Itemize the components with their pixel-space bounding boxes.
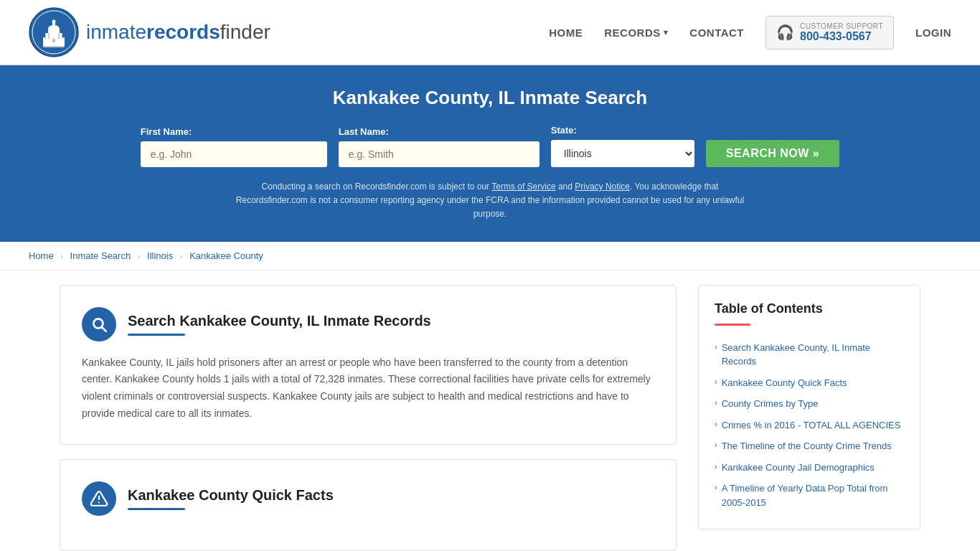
toc-link-3[interactable]: County Crimes by Type — [722, 397, 819, 411]
login-button[interactable]: LOGIN — [915, 27, 951, 39]
site-header: inmaterecordsfinder HOME RECORDS ▾ CONTA… — [0, 0, 980, 65]
inmate-records-card: Search Kankakee County, IL Inmate Record… — [60, 285, 677, 445]
breadcrumb-sep-2: › — [138, 252, 141, 260]
breadcrumb-home[interactable]: Home — [29, 250, 54, 261]
headset-icon: 🎧 — [776, 24, 794, 41]
breadcrumb: Home › Inmate Search › Illinois › Kankak… — [0, 242, 980, 270]
first-name-group: First Name: — [141, 126, 327, 167]
toc-title: Table of Contents — [715, 301, 904, 316]
support-number[interactable]: 800-433-0567 — [800, 30, 883, 43]
nav-contact[interactable]: CONTACT — [689, 27, 744, 39]
state-label: State: — [551, 125, 577, 136]
list-item: › A Timeline of Yearly Data Pop Total fr… — [715, 478, 904, 513]
main-nav: HOME RECORDS ▾ CONTACT 🎧 CUSTOMER SUPPOR… — [549, 16, 951, 50]
toc-chevron-icon: › — [715, 483, 717, 491]
breadcrumb-sep-3: › — [180, 252, 183, 260]
card1-title-wrap: Search Kankakee County, IL Inmate Record… — [128, 313, 431, 336]
svg-rect-6 — [52, 23, 55, 29]
svg-rect-13 — [43, 46, 65, 47]
info-icon-circle — [82, 481, 116, 516]
card2-header: Kankakee County Quick Facts — [82, 481, 654, 516]
card2-title-underline — [128, 508, 185, 510]
hero-section: Kankakee County, IL Inmate Search First … — [0, 65, 980, 242]
search-icon-circle — [82, 307, 116, 342]
list-item: › Crimes % in 2016 - TOTAL ALL AGENCIES — [715, 415, 904, 436]
toc-chevron-icon: › — [715, 462, 717, 471]
card1-title: Search Kankakee County, IL Inmate Record… — [128, 313, 431, 329]
svg-rect-8 — [44, 33, 46, 39]
svg-rect-11 — [62, 33, 63, 39]
nav-home[interactable]: HOME — [549, 27, 583, 39]
list-item: › The Timeline of the County Crime Trend… — [715, 435, 904, 457]
toc-chevron-icon: › — [715, 441, 717, 449]
toc-link-7[interactable]: A Timeline of Yearly Data Pop Total from… — [722, 481, 904, 509]
logo-text: inmaterecordsfinder — [86, 21, 270, 44]
svg-rect-9 — [48, 33, 50, 39]
privacy-link[interactable]: Privacy Notice — [575, 182, 630, 192]
last-name-label: Last Name: — [339, 126, 389, 137]
svg-rect-12 — [52, 39, 55, 42]
quick-facts-card: Kankakee County Quick Facts — [60, 459, 677, 551]
breadcrumb-sep-1: › — [60, 252, 63, 260]
hero-title: Kankakee County, IL Inmate Search — [29, 87, 951, 109]
last-name-group: Last Name: — [339, 126, 540, 167]
last-name-input[interactable] — [339, 141, 540, 167]
main-content: Search Kankakee County, IL Inmate Record… — [31, 270, 949, 551]
breadcrumb-state[interactable]: Illinois — [147, 250, 173, 261]
tos-link[interactable]: Terms of Service — [491, 182, 555, 192]
toc-link-2[interactable]: Kankakee County Quick Facts — [722, 376, 847, 390]
card2-title-wrap: Kankakee County Quick Facts — [128, 487, 334, 510]
search-button[interactable]: SEARCH NOW » — [706, 140, 839, 167]
logo-area: inmaterecordsfinder — [29, 7, 270, 57]
toc-chevron-icon: › — [715, 398, 717, 407]
first-name-input[interactable] — [141, 141, 327, 167]
content-left: Search Kankakee County, IL Inmate Record… — [60, 285, 698, 551]
records-chevron-icon: ▾ — [664, 28, 669, 37]
breadcrumb-county: Kankakee County — [189, 250, 263, 261]
hero-disclaimer: Conducting a search on Recordsfinder.com… — [232, 180, 748, 222]
toc-link-6[interactable]: Kankakee County Jail Demographics — [722, 461, 875, 475]
card1-body: Kankakee County, IL jails hold prisoners… — [82, 354, 654, 423]
toc-chevron-icon: › — [715, 420, 717, 428]
toc-box: Table of Contents › Search Kankakee Coun… — [698, 285, 920, 530]
support-label: CUSTOMER SUPPORT — [800, 22, 883, 30]
list-item: › Kankakee County Jail Demographics — [715, 457, 904, 479]
alert-icon — [90, 489, 108, 508]
state-select[interactable]: Illinois Alabama Alaska Arizona Californ… — [551, 140, 694, 167]
svg-point-7 — [52, 20, 56, 24]
toc-chevron-icon: › — [715, 377, 717, 386]
toc-link-5[interactable]: The Timeline of the County Crime Trends — [722, 439, 892, 453]
toc-chevron-icon: › — [715, 342, 717, 351]
toc-link-1[interactable]: Search Kankakee County, IL Inmate Record… — [722, 341, 904, 369]
breadcrumb-inmate-search[interactable]: Inmate Search — [70, 250, 131, 261]
nav-records[interactable]: RECORDS ▾ — [604, 27, 668, 39]
support-text: CUSTOMER SUPPORT 800-433-0567 — [800, 22, 883, 43]
card1-title-underline — [128, 334, 185, 336]
toc-link-4[interactable]: Crimes % in 2016 - TOTAL ALL AGENCIES — [722, 418, 901, 433]
toc-list: › Search Kankakee County, IL Inmate Reco… — [715, 337, 904, 514]
list-item: › Kankakee County Quick Facts — [715, 372, 904, 394]
state-group: State: Illinois Alabama Alaska Arizona C… — [551, 125, 694, 167]
list-item: › County Crimes by Type — [715, 393, 904, 415]
list-item: › Search Kankakee County, IL Inmate Reco… — [715, 337, 904, 372]
first-name-label: First Name: — [141, 126, 192, 137]
card2-title: Kankakee County Quick Facts — [128, 487, 334, 504]
search-form: First Name: Last Name: State: Illinois A… — [29, 125, 951, 167]
svg-rect-10 — [58, 33, 60, 39]
toc-divider — [715, 324, 750, 326]
card1-header: Search Kankakee County, IL Inmate Record… — [82, 307, 654, 342]
logo-icon — [29, 7, 79, 57]
search-icon — [90, 315, 108, 334]
sidebar: Table of Contents › Search Kankakee Coun… — [698, 285, 920, 551]
customer-support-box: 🎧 CUSTOMER SUPPORT 800-433-0567 — [765, 16, 894, 50]
